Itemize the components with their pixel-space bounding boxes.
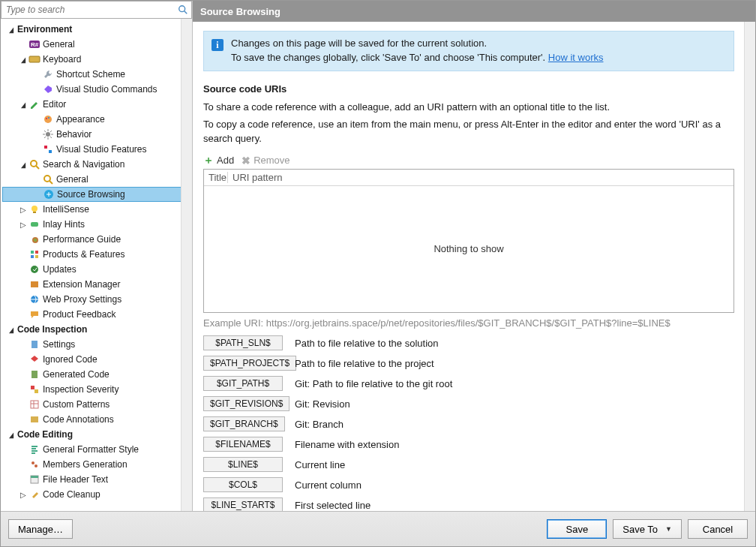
chevron-down-icon[interactable]: ◢ — [8, 431, 15, 439]
plus-icon: ＋ — [203, 154, 214, 167]
tree-item-label: Code Annotations — [41, 414, 114, 425]
lens-icon — [41, 174, 55, 185]
tree-item-custom-patterns[interactable]: Custom Patterns — [2, 397, 182, 412]
banner-line1: Changes on this page will be saved for t… — [231, 38, 603, 49]
variable-token-button[interactable]: $GIT_REVISION$ — [203, 396, 290, 411]
save-to-button[interactable]: Save To▼ — [613, 519, 682, 539]
svg-rect-37 — [31, 476, 38, 478]
pattern-icon — [28, 399, 41, 410]
tree-item-label: Ignored Code — [41, 354, 98, 365]
chevron-right-icon[interactable]: ▷ — [19, 491, 28, 499]
tree-item-performance-guide[interactable]: Performance Guide — [2, 232, 182, 247]
chevron-down-icon[interactable]: ◢ — [20, 56, 27, 64]
tree-item-label: Members Generation — [41, 459, 128, 470]
tree-item-label: Extension Manager — [41, 279, 120, 290]
tree-item-web-proxy-settings[interactable]: Web Proxy Settings — [2, 292, 182, 307]
variable-token-button[interactable]: $PATH_SLN$ — [203, 335, 283, 350]
tree-item-products-features[interactable]: Products & Features — [2, 247, 182, 262]
chevron-down-icon[interactable]: ◢ — [20, 161, 27, 169]
tree-item-generated-code[interactable]: Generated Code — [2, 367, 182, 382]
col-title[interactable]: Title — [204, 172, 228, 183]
tree-item-inlay-hints[interactable]: ▷Inlay Hints — [2, 217, 182, 232]
tree-item-code-annotations[interactable]: Code Annotations — [2, 412, 182, 427]
tree-item-code-cleanup[interactable]: ▷Code Cleanup — [2, 487, 182, 502]
how-it-works-link[interactable]: How it works — [548, 52, 604, 63]
vs-icon — [41, 84, 55, 95]
tree-item-intellisense[interactable]: ▷IntelliSense — [2, 202, 182, 217]
col-uri-pattern[interactable]: URI pattern — [228, 172, 734, 183]
svg-rect-9 — [44, 146, 47, 149]
scrollbar-thumb[interactable] — [183, 29, 190, 50]
svg-point-34 — [32, 461, 34, 464]
chevron-right-icon[interactable]: ▷ — [19, 221, 28, 229]
remove-button[interactable]: ✖Remove — [242, 155, 290, 167]
search-input[interactable] — [2, 5, 175, 15]
variable-token-button[interactable]: $GIT_PATH$ — [203, 376, 283, 391]
tree-item-appearance[interactable]: Appearance — [2, 112, 182, 127]
tree-item-search-navigation[interactable]: ◢Search & Navigation — [2, 157, 182, 172]
svg-point-7 — [48, 117, 50, 119]
tree-item-label: Code Inspection — [16, 324, 87, 335]
tree-item-extension-manager[interactable]: Extension Manager — [2, 277, 182, 292]
banner-line2: To save the changes globally, click 'Sav… — [231, 52, 548, 63]
tree-item-keyboard[interactable]: ◢Keyboard — [2, 52, 182, 67]
rsharp-icon: R# — [28, 39, 41, 50]
search-box[interactable] — [1, 1, 192, 19]
tree-item-product-feedback[interactable]: Product Feedback — [2, 307, 182, 322]
tree-item-label: Code Editing — [16, 429, 73, 440]
tree-item-code-editing[interactable]: ◢Code Editing — [2, 427, 182, 442]
tree-item-general-formatter-style[interactable]: General Formatter Style — [2, 442, 182, 457]
svg-point-25 — [31, 266, 38, 273]
tree-item-label: Visual Studio Features — [55, 144, 147, 155]
tree-item-general[interactable]: R#General — [2, 37, 182, 52]
tree-item-settings[interactable]: Settings — [2, 337, 182, 352]
tree-item-shortcut-scheme[interactable]: Shortcut Scheme — [2, 67, 182, 82]
tree-item-visual-studio-commands[interactable]: Visual Studio Commands — [2, 82, 182, 97]
page-title: Source Browsing — [193, 1, 755, 22]
tree-item-members-generation[interactable]: Members Generation — [2, 457, 182, 472]
variable-token-button[interactable]: $LINE$ — [203, 457, 283, 472]
x-icon: ✖ — [242, 155, 250, 167]
tree-item-label: Shortcut Scheme — [55, 69, 125, 80]
chevron-down-icon[interactable]: ◢ — [8, 26, 15, 34]
sidebar: ◢EnvironmentR#General◢KeyboardShortcut S… — [1, 1, 193, 511]
variable-token-button[interactable]: $FILENAME$ — [203, 437, 283, 452]
svg-rect-29 — [32, 371, 38, 378]
tree-item-label: Settings — [41, 339, 75, 350]
variable-token-button[interactable]: $LINE_START$ — [203, 497, 283, 511]
chevron-down-icon[interactable]: ◢ — [8, 326, 15, 334]
variable-row: $LINE$Current line — [203, 455, 734, 475]
chevron-down-icon[interactable]: ◢ — [20, 101, 27, 109]
tree-item-source-browsing[interactable]: Source Browsing — [2, 187, 182, 202]
pencil-icon — [28, 99, 41, 110]
cancel-button[interactable]: Cancel — [688, 519, 748, 539]
variable-description: Git: Branch — [295, 419, 344, 430]
chevron-right-icon[interactable]: ▷ — [19, 206, 28, 214]
save-button[interactable]: Save — [547, 519, 607, 539]
add-button[interactable]: ＋Add — [203, 154, 234, 167]
manage-button[interactable]: Manage… — [8, 519, 73, 539]
svg-line-14 — [50, 181, 52, 184]
tree-item-ignored-code[interactable]: Ignored Code — [2, 352, 182, 367]
variable-token-button[interactable]: $COL$ — [203, 477, 283, 492]
tree-item-visual-studio-features[interactable]: Visual Studio Features — [2, 142, 182, 157]
settings-icon — [28, 339, 41, 350]
tree-item-behavior[interactable]: Behavior — [2, 127, 182, 142]
tree-item-code-inspection[interactable]: ◢Code Inspection — [2, 322, 182, 337]
tree-item-environment[interactable]: ◢Environment — [2, 22, 182, 37]
uri-grid[interactable]: Title URI pattern Nothing to show — [203, 169, 734, 313]
tree-item-label: Web Proxy Settings — [41, 294, 122, 305]
svg-rect-31 — [34, 389, 38, 393]
tree-item-file-header-text[interactable]: File Header Text — [2, 472, 182, 487]
tree-item-inspection-severity[interactable]: Inspection Severity — [2, 382, 182, 397]
variable-row: $COL$Current column — [203, 475, 734, 495]
nav-tree[interactable]: ◢EnvironmentR#General◢KeyboardShortcut S… — [1, 19, 182, 511]
tree-item-updates[interactable]: Updates — [2, 262, 182, 277]
tree-item-label: Products & Features — [41, 249, 124, 260]
variable-description: First selected line — [295, 500, 370, 511]
variable-token-button[interactable]: $PATH_PROJECT$ — [203, 356, 296, 371]
tree-item-editor[interactable]: ◢Editor — [2, 97, 182, 112]
tree-item-general[interactable]: General — [2, 172, 182, 187]
variable-token-button[interactable]: $GIT_BRANCH$ — [203, 416, 285, 431]
scrollbar-thumb[interactable] — [746, 482, 754, 500]
